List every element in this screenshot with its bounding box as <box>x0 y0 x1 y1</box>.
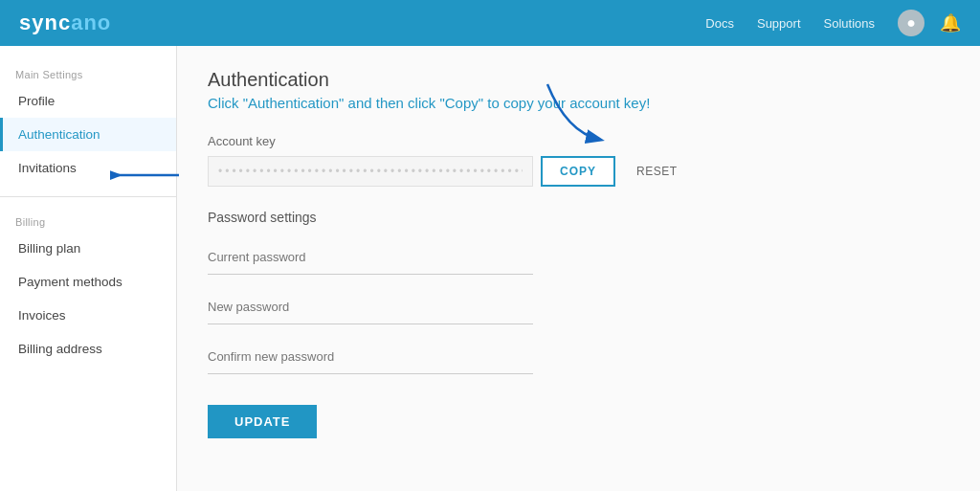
app-header: syncano Docs Support Solutions ● 🔔 <box>0 0 980 46</box>
header-nav: Docs Support Solutions ● 🔔 <box>705 10 961 36</box>
sidebar-item-profile[interactable]: Profile <box>0 84 176 118</box>
password-section: Password settings UPDATE <box>208 210 949 438</box>
sidebar-divider <box>0 196 176 197</box>
sidebar: Main Settings Profile Authentication Inv… <box>0 46 177 491</box>
avatar[interactable]: ● <box>898 10 924 36</box>
account-key-row: COPY RESET <box>208 156 949 187</box>
nav-docs[interactable]: Docs <box>705 16 734 31</box>
account-key-section: Account key COPY RESET <box>208 134 949 187</box>
logo-text: sync <box>19 11 71 34</box>
annotation-wrapper: Authentication Click "Authentication" an… <box>208 69 949 438</box>
instruction-text: Click "Authentication" and then click "C… <box>208 95 949 111</box>
layout: Main Settings Profile Authentication Inv… <box>0 46 980 491</box>
sidebar-item-invitations[interactable]: Invitations <box>0 151 176 185</box>
notification-bell-icon[interactable]: 🔔 <box>940 12 961 33</box>
sidebar-section-billing: Billing <box>0 209 176 232</box>
header-icons: ● 🔔 <box>898 10 961 36</box>
current-password-input[interactable] <box>208 240 533 275</box>
sidebar-item-billing-plan[interactable]: Billing plan <box>0 232 176 265</box>
nav-solutions[interactable]: Solutions <box>824 16 875 31</box>
nav-support[interactable]: Support <box>757 16 801 31</box>
update-button[interactable]: UPDATE <box>208 405 317 438</box>
new-password-input[interactable] <box>208 290 533 324</box>
logo-text-2: ano <box>71 11 111 34</box>
sidebar-item-billing-address[interactable]: Billing address <box>0 332 176 366</box>
sidebar-item-authentication[interactable]: Authentication <box>0 118 176 151</box>
copy-button[interactable]: COPY <box>541 156 615 187</box>
main-content: Authentication Click "Authentication" an… <box>177 46 980 491</box>
sidebar-item-invoices[interactable]: Invoices <box>0 299 176 332</box>
sidebar-item-payment-methods[interactable]: Payment methods <box>0 265 176 299</box>
page-title: Authentication <box>208 69 949 91</box>
sidebar-section-main: Main Settings <box>0 61 176 84</box>
password-section-title: Password settings <box>208 210 949 225</box>
account-key-input[interactable] <box>208 156 533 187</box>
reset-button[interactable]: RESET <box>623 158 691 185</box>
account-key-label: Account key <box>208 134 949 148</box>
logo: syncano <box>19 11 111 35</box>
avatar-icon: ● <box>906 14 916 32</box>
confirm-password-input[interactable] <box>208 340 533 374</box>
